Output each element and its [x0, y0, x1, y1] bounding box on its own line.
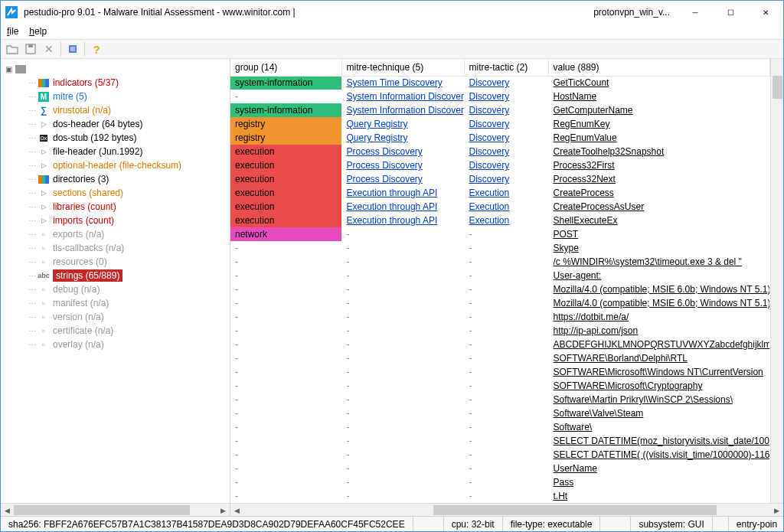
table-row[interactable]: ---Mozilla/4.0 (compatible; MSIE 6.0b; W…: [230, 296, 770, 310]
table-row[interactable]: registryQuery RegistryDiscoveryRegEnumKe…: [230, 117, 770, 131]
table-row[interactable]: ---SELECT DATETIME( ((visits.visit_time/…: [230, 448, 770, 462]
cell-value[interactable]: http://ip-api.com/json: [548, 324, 770, 338]
table-row[interactable]: registryQuery RegistryDiscoveryRegEnumVa…: [230, 131, 770, 145]
cell-value[interactable]: User-agent:: [548, 269, 770, 282]
table-row[interactable]: ---Software\Martin Prikryl\WinSCP 2\Sess…: [230, 393, 770, 406]
cell-technique[interactable]: Process Discovery: [341, 172, 464, 186]
cell-technique[interactable]: Process Discovery: [341, 158, 464, 172]
tree-item[interactable]: ⋯▷dos-header (64 bytes): [1, 117, 230, 131]
table-row[interactable]: executionExecution through APIExecutionC…: [230, 200, 770, 214]
tree-item[interactable]: ⋯▫certificate (n/a): [1, 324, 230, 338]
close-button[interactable]: ✕: [748, 1, 783, 24]
table-row[interactable]: system-informationSystem Information Dis…: [230, 103, 770, 117]
table-row[interactable]: ---SOFTWARE\Borland\Delphi\RTL: [230, 351, 770, 365]
table-row[interactable]: ---ABCDEFGHIJKLMNOPQRSTUVWXYZabcdefghijk…: [230, 338, 770, 351]
cell-value[interactable]: CreateToolhelp32Snapshot: [548, 145, 770, 158]
table-row[interactable]: ---http://ip-api.com/json: [230, 324, 770, 338]
cell-value[interactable]: Process32Next: [548, 172, 770, 186]
col-tactic[interactable]: mitre-tactic (2): [464, 59, 548, 76]
cell-value[interactable]: /c %WINDIR%\system32\timeout.exe 3 & del…: [548, 255, 770, 269]
cell-value[interactable]: Mozilla/4.0 (compatible; MSIE 6.0b; Wind…: [548, 282, 770, 296]
cell-value[interactable]: Process32First: [548, 158, 770, 172]
table-row[interactable]: ---/c %WINDIR%\system32\timeout.exe 3 & …: [230, 255, 770, 269]
cell-value[interactable]: Software\Martin Prikryl\WinSCP 2\Session…: [548, 393, 770, 406]
cell-value[interactable]: ShellExecuteEx: [548, 214, 770, 227]
cell-value[interactable]: Pass: [548, 475, 770, 489]
tree-item[interactable]: ⋯▷file-header (Jun.1992): [1, 145, 230, 158]
menu-help[interactable]: help: [29, 26, 47, 37]
save-icon[interactable]: [24, 42, 38, 56]
tree-item[interactable]: ⋯▫exports (n/a): [1, 227, 230, 241]
col-value[interactable]: value (889): [548, 59, 770, 76]
table-row[interactable]: executionExecution through APIExecutionS…: [230, 214, 770, 227]
cell-value[interactable]: Software\Valve\Steam: [548, 406, 770, 420]
cell-tactic[interactable]: Discovery: [464, 76, 548, 90]
tree-item[interactable]: ⋯0xdos-stub (192 bytes): [1, 131, 230, 145]
tree-item[interactable]: ⋯▫resources (0): [1, 255, 230, 269]
table-row[interactable]: network--POST: [230, 227, 770, 241]
cell-technique[interactable]: System Time Discovery: [341, 76, 464, 90]
cell-tactic[interactable]: Execution: [464, 200, 548, 214]
table-row[interactable]: executionProcess DiscoveryDiscoveryProce…: [230, 158, 770, 172]
table-row[interactable]: executionProcess DiscoveryDiscoveryCreat…: [230, 145, 770, 158]
tree-item[interactable]: ⋯Mmitre (5): [1, 90, 230, 103]
tree-root[interactable]: ▣: [1, 62, 230, 76]
cell-technique[interactable]: Process Discovery: [341, 145, 464, 158]
cell-tactic[interactable]: Discovery: [464, 158, 548, 172]
cell-value[interactable]: CreateProcessAsUser: [548, 200, 770, 214]
cell-technique[interactable]: Execution through API: [341, 186, 464, 200]
table-row[interactable]: ---Software\: [230, 420, 770, 434]
table-row[interactable]: ---Software\Valve\Steam: [230, 406, 770, 420]
cell-technique[interactable]: System Information Discovery: [341, 103, 464, 117]
close-file-icon[interactable]: ✕: [42, 42, 56, 56]
tree-item[interactable]: ⋯∑virustotal (n/a): [1, 103, 230, 117]
about-icon[interactable]: ?: [90, 42, 103, 56]
col-technique[interactable]: mitre-technique (5): [341, 59, 464, 76]
cell-value[interactable]: https://dotbit.me/a/: [548, 310, 770, 324]
table-row[interactable]: ---https://dotbit.me/a/: [230, 310, 770, 324]
table-row[interactable]: ---User-agent:: [230, 269, 770, 282]
sidebar-horizontal-scrollbar[interactable]: ◀ ▶: [1, 503, 230, 516]
table-row[interactable]: system-informationSystem Time DiscoveryD…: [230, 76, 770, 90]
cell-tactic[interactable]: Execution: [464, 214, 548, 227]
tree-item[interactable]: ⋯▷imports (count): [1, 214, 230, 227]
table-row[interactable]: ---Skype: [230, 241, 770, 255]
strings-grid[interactable]: group (14) mitre-technique (5) mitre-tac…: [230, 59, 770, 503]
cell-technique[interactable]: System Information Discovery: [341, 90, 464, 103]
grid-vertical-scrollbar[interactable]: [770, 59, 783, 503]
tree-item[interactable]: ⋯▫tls-callbacks (n/a): [1, 241, 230, 255]
tree-view[interactable]: ▣ ⋯indicators (5/37)⋯Mmitre (5)⋯∑virusto…: [1, 59, 230, 503]
cell-value[interactable]: POST: [548, 227, 770, 241]
col-group[interactable]: group (14): [230, 59, 341, 76]
open-icon[interactable]: [5, 42, 19, 56]
tree-item[interactable]: ⋯indicators (5/37): [1, 76, 230, 90]
tree-item[interactable]: ⋯▫overlay (n/a): [1, 338, 230, 351]
cell-tactic[interactable]: Discovery: [464, 131, 548, 145]
cell-value[interactable]: SOFTWARE\Borland\Delphi\RTL: [548, 351, 770, 365]
cell-value[interactable]: Mozilla/4.0 (compatible; MSIE 6.0b; Wind…: [548, 296, 770, 310]
cell-value[interactable]: UserName: [548, 462, 770, 475]
cell-tactic[interactable]: Discovery: [464, 90, 548, 103]
cell-value[interactable]: Software\: [548, 420, 770, 434]
tree-item[interactable]: ⋯directories (3): [1, 172, 230, 186]
tree-item[interactable]: ⋯▷libraries (count): [1, 200, 230, 214]
cell-value[interactable]: t.Ht: [548, 489, 770, 503]
cell-technique[interactable]: Execution through API: [341, 214, 464, 227]
cell-tactic[interactable]: Discovery: [464, 172, 548, 186]
settings-icon[interactable]: [66, 42, 80, 56]
cell-value[interactable]: SELECT DATETIME( ((visits.visit_time/100…: [548, 448, 770, 462]
table-row[interactable]: executionProcess DiscoveryDiscoveryProce…: [230, 172, 770, 186]
tree-item[interactable]: ⋯▷optional-header (file-checksum): [1, 158, 230, 172]
grid-horizontal-scrollbar[interactable]: ◀ ▶: [230, 503, 783, 516]
cell-tactic[interactable]: Discovery: [464, 103, 548, 117]
cell-value[interactable]: SOFTWARE\Microsoft\Windows NT\CurrentVer…: [548, 365, 770, 379]
tree-item[interactable]: ⋯▷sections (shared): [1, 186, 230, 200]
cell-value[interactable]: ABCDEFGHIJKLMNOPQRSTUVWXYZabcdefghijklmn…: [548, 338, 770, 351]
cell-technique[interactable]: Execution through API: [341, 200, 464, 214]
menu-file[interactable]: file: [7, 26, 18, 37]
cell-technique[interactable]: Query Registry: [341, 131, 464, 145]
cell-value[interactable]: RegEnumValue: [548, 131, 770, 145]
table-row[interactable]: executionExecution through APIExecutionC…: [230, 186, 770, 200]
cell-value[interactable]: HostName: [548, 90, 770, 103]
cell-tactic[interactable]: Discovery: [464, 117, 548, 131]
